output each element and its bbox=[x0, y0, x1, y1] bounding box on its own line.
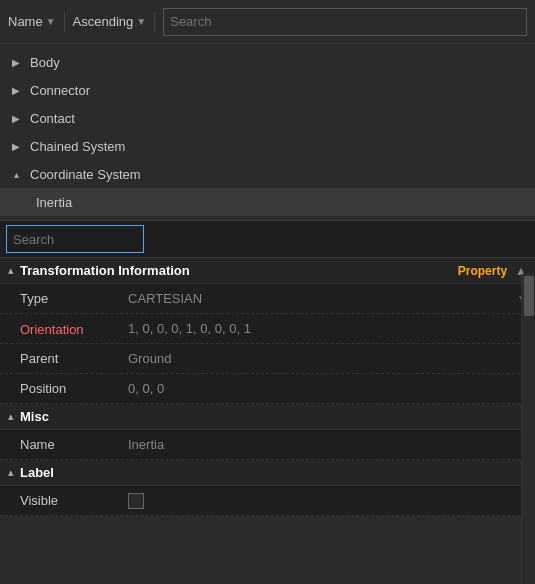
type-dropdown[interactable]: CARTESIAN ▼ bbox=[128, 291, 527, 306]
toolbar-search-input[interactable] bbox=[170, 14, 520, 29]
chevron-right-icon: ▶ bbox=[8, 82, 24, 98]
search-bar-container bbox=[0, 220, 535, 258]
prop-row-name: Name Inertia bbox=[0, 430, 535, 460]
search-input[interactable] bbox=[13, 232, 137, 247]
prop-name-orientation: Orientation bbox=[0, 321, 120, 337]
toolbar-search-box[interactable] bbox=[163, 8, 527, 36]
tree-item-label: Contact bbox=[30, 111, 75, 126]
label-section-title: Label bbox=[20, 465, 54, 480]
order-dropdown[interactable]: Ascending ▼ bbox=[73, 14, 147, 29]
transformation-section-header: ▴ Transformation Information Property ▲ bbox=[0, 258, 535, 284]
prop-value-parent[interactable]: Ground bbox=[120, 351, 535, 366]
label-section-header: ▴ Label bbox=[0, 460, 535, 486]
section-header-left: ▴ Transformation Information bbox=[8, 263, 190, 278]
toolbar-divider-2 bbox=[154, 12, 155, 32]
order-arrow-icon: ▼ bbox=[136, 16, 146, 27]
toolbar: Name ▼ Ascending ▼ bbox=[0, 0, 535, 44]
tree-item-chained-system[interactable]: ▶ Chained System bbox=[0, 132, 535, 160]
visible-checkbox[interactable] bbox=[128, 493, 144, 509]
section-title: Transformation Information bbox=[20, 263, 190, 278]
prop-name-position: Position bbox=[0, 381, 120, 396]
search-bar[interactable] bbox=[6, 225, 144, 253]
prop-name-parent: Parent bbox=[0, 351, 120, 366]
tree-item-label: Body bbox=[30, 55, 60, 70]
tree-item-connector[interactable]: ▶ Connector bbox=[0, 76, 535, 104]
prop-value-orientation[interactable]: 1, 0, 0, 0, 1, 0, 0, 0, 1 bbox=[120, 321, 535, 336]
tree-area: ▶ Body ▶ Connector ▶ Contact ▶ Chained S… bbox=[0, 44, 535, 220]
misc-section-title: Misc bbox=[20, 409, 49, 424]
misc-section-header: ▴ Misc bbox=[0, 404, 535, 430]
scrollbar-track[interactable] bbox=[521, 274, 535, 584]
tree-item-body[interactable]: ▶ Body bbox=[0, 48, 535, 76]
prop-name-name: Name bbox=[0, 437, 120, 452]
prop-value-position[interactable]: 0, 0, 0 bbox=[120, 381, 535, 396]
checkbox-container bbox=[128, 493, 144, 509]
section-collapse-icon[interactable]: ▴ bbox=[8, 264, 14, 277]
properties-panel: ▴ Transformation Information Property ▲ … bbox=[0, 258, 535, 516]
tree-item-label: Chained System bbox=[30, 139, 125, 154]
sort-dropdown[interactable]: Name ▼ bbox=[8, 14, 56, 29]
misc-collapse-icon[interactable]: ▴ bbox=[8, 410, 14, 423]
prop-name-type: Type bbox=[0, 291, 120, 306]
prop-row-parent: Parent Ground bbox=[0, 344, 535, 374]
chevron-right-icon: ▶ bbox=[8, 110, 24, 126]
prop-name-visible: Visible bbox=[0, 493, 120, 508]
prop-value-type[interactable]: CARTESIAN ▼ bbox=[120, 291, 535, 306]
tree-item-coordinate-system[interactable]: ▴ Coordinate System bbox=[0, 160, 535, 188]
prop-row-type: Type CARTESIAN ▼ bbox=[0, 284, 535, 314]
toolbar-divider bbox=[64, 12, 65, 32]
tree-item-inertia[interactable]: Inertia bbox=[0, 188, 535, 216]
sort-label: Name bbox=[8, 14, 43, 29]
sort-arrow-icon: ▼ bbox=[46, 16, 56, 27]
chevron-down-icon: ▴ bbox=[8, 166, 24, 182]
chevron-right-icon: ▶ bbox=[8, 138, 24, 154]
tree-item-label: Connector bbox=[30, 83, 90, 98]
tree-item-label: Inertia bbox=[36, 195, 72, 210]
prop-row-orientation: Orientation 1, 0, 0, 0, 1, 0, 0, 0, 1 bbox=[0, 314, 535, 344]
chevron-right-icon: ▶ bbox=[8, 54, 24, 70]
order-label: Ascending bbox=[73, 14, 134, 29]
scrollbar-thumb[interactable] bbox=[524, 276, 534, 316]
prop-value-name[interactable]: Inertia bbox=[120, 437, 535, 452]
main-container: Name ▼ Ascending ▼ ▶ Body ▶ Connector ▶ … bbox=[0, 0, 535, 584]
property-col-label: Property bbox=[458, 264, 507, 278]
prop-value-visible[interactable] bbox=[120, 493, 535, 509]
prop-row-visible: Visible bbox=[0, 486, 535, 516]
label-collapse-icon[interactable]: ▴ bbox=[8, 466, 14, 479]
tree-item-contact[interactable]: ▶ Contact bbox=[0, 104, 535, 132]
tree-item-label: Coordinate System bbox=[30, 167, 141, 182]
prop-row-position: Position 0, 0, 0 bbox=[0, 374, 535, 404]
